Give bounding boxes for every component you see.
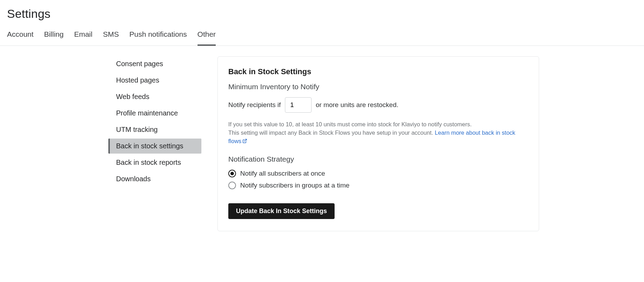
radio-icon: [228, 170, 236, 177]
sidebar-item-downloads[interactable]: Downloads: [108, 171, 201, 186]
svg-line-0: [244, 139, 246, 141]
min-inventory-help: If you set this value to 10, at least 10…: [228, 120, 528, 146]
update-back-in-stock-button[interactable]: Update Back In Stock Settings: [228, 203, 335, 219]
page-title: Settings: [0, 0, 644, 26]
strategy-heading: Notification Strategy: [228, 155, 528, 163]
strategy-option-groups[interactable]: Notify subscribers in groups at a time: [228, 182, 528, 189]
external-link-icon: [242, 138, 247, 146]
min-inventory-suffix: or more units are restocked.: [316, 101, 399, 109]
min-inventory-row: Notify recipients if or more units are r…: [228, 97, 528, 113]
strategy-option-label: Notify subscribers in groups at a time: [240, 182, 350, 189]
tab-sms[interactable]: SMS: [103, 30, 119, 45]
back-in-stock-panel: Back in Stock Settings Minimum Inventory…: [217, 56, 539, 231]
strategy-option-all-at-once[interactable]: Notify all subscribers at once: [228, 170, 528, 177]
strategy-radio-group: Notify all subscribers at once Notify su…: [228, 170, 528, 189]
min-inventory-prefix: Notify recipients if: [228, 101, 281, 109]
sidebar-item-back-in-stock-reports[interactable]: Back in stock reports: [108, 155, 201, 170]
sidebar-item-web-feeds[interactable]: Web feeds: [108, 89, 201, 104]
strategy-option-label: Notify all subscribers at once: [240, 170, 325, 177]
sidebar-item-utm-tracking[interactable]: UTM tracking: [108, 122, 201, 137]
tab-push-notifications[interactable]: Push notifications: [129, 30, 187, 45]
help-line-2: This setting will impact any Back in Sto…: [228, 129, 435, 136]
help-line-1: If you set this value to 10, at least 10…: [228, 121, 472, 127]
tab-billing[interactable]: Billing: [44, 30, 64, 45]
settings-tabbar: Account Billing Email SMS Push notificat…: [0, 26, 644, 46]
radio-icon: [228, 182, 236, 189]
min-inventory-input[interactable]: [285, 97, 312, 113]
sidebar-item-profile-maintenance[interactable]: Profile maintenance: [108, 106, 201, 121]
sidebar-item-hosted-pages[interactable]: Hosted pages: [108, 73, 201, 88]
tab-account[interactable]: Account: [7, 30, 34, 45]
sidebar-item-back-in-stock-settings[interactable]: Back in stock settings: [108, 139, 201, 154]
sidebar-item-consent-pages[interactable]: Consent pages: [108, 56, 201, 71]
panel-title: Back in Stock Settings: [228, 67, 528, 76]
settings-sidebar: Consent pages Hosted pages Web feeds Pro…: [108, 56, 201, 231]
tab-other[interactable]: Other: [198, 30, 216, 45]
tab-email[interactable]: Email: [74, 30, 93, 45]
min-inventory-heading: Minimum Inventory to Notify: [228, 83, 528, 91]
